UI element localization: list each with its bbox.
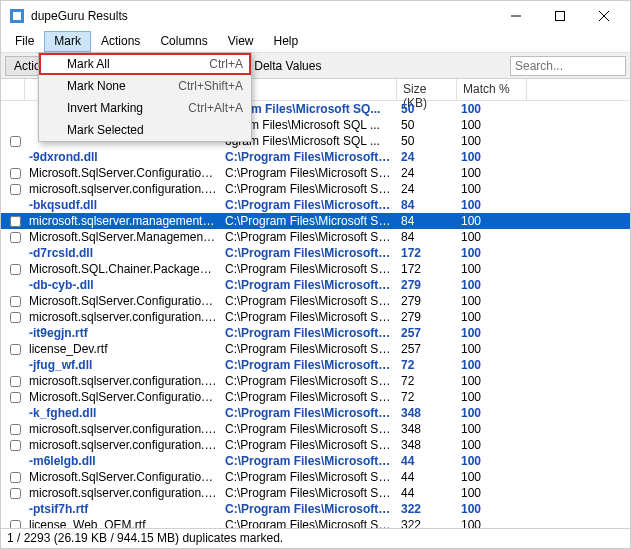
column-checkbox[interactable]	[1, 79, 25, 100]
table-row[interactable]: -db-cyb-.dllC:\Program Files\Microsoft S…	[1, 277, 630, 293]
table-row[interactable]: -it9egjn.rtfC:\Program Files\Microsoft S…	[1, 325, 630, 341]
cell-match: 100	[457, 294, 527, 308]
svg-rect-3	[556, 12, 565, 21]
menu-file[interactable]: File	[5, 31, 44, 52]
minimize-button[interactable]	[494, 1, 538, 31]
cell-folder: C:\Program Files\Microsoft SQL ...	[221, 166, 397, 180]
cell-size: 44	[397, 470, 457, 484]
table-row[interactable]: microsoft.sqlserver.configuration.b...C:…	[1, 485, 630, 501]
menu-item-mark-all[interactable]: Mark AllCtrl+A	[39, 53, 251, 75]
cell-folder: C:\Program Files\Microsoft SQ...	[221, 246, 397, 260]
row-checkbox[interactable]	[10, 296, 21, 307]
table-row[interactable]: microsoft.sqlserver.configuration.rs...C…	[1, 373, 630, 389]
table-row[interactable]: -m6lelgb.dllC:\Program Files\Microsoft S…	[1, 453, 630, 469]
table-row[interactable]: -bkqsudf.dllC:\Program Files\Microsoft S…	[1, 197, 630, 213]
cell-match: 100	[457, 278, 527, 292]
cell-size: 50	[397, 102, 457, 116]
row-checkbox[interactable]	[10, 168, 21, 179]
cell-folder: C:\Program Files\Microsoft SQ...	[221, 502, 397, 516]
menu-item-accel: Ctrl+Shift+A	[178, 79, 243, 93]
cell-match: 100	[457, 470, 527, 484]
menu-actions[interactable]: Actions	[91, 31, 150, 52]
row-checkbox[interactable]	[10, 488, 21, 499]
cell-size: 279	[397, 310, 457, 324]
table-row[interactable]: microsoft.sqlserver.configuration.s...C:…	[1, 309, 630, 325]
cell-file: Microsoft.SqlServer.Management.C...	[25, 230, 221, 244]
row-checkbox[interactable]	[10, 440, 21, 451]
cell-size: 44	[397, 486, 457, 500]
cell-size: 279	[397, 294, 457, 308]
column-match[interactable]: Match %	[457, 79, 527, 100]
search-input[interactable]	[510, 56, 626, 76]
cell-file: -k_fghed.dll	[25, 406, 221, 420]
cell-size: 348	[397, 422, 457, 436]
row-checkbox[interactable]	[10, 344, 21, 355]
menu-mark[interactable]: Mark	[44, 31, 91, 52]
row-checkbox[interactable]	[10, 312, 21, 323]
menu-item-invert-marking[interactable]: Invert MarkingCtrl+Alt+A	[39, 97, 251, 119]
table-row[interactable]: -jfug_wf.dllC:\Program Files\Microsoft S…	[1, 357, 630, 373]
table-row[interactable]: microsoft.sqlserver.management.co...C:\P…	[1, 213, 630, 229]
row-checkbox[interactable]	[10, 136, 21, 147]
cell-match: 100	[457, 182, 527, 196]
table-row[interactable]: -k_fghed.dllC:\Program Files\Microsoft S…	[1, 405, 630, 421]
cell-match: 100	[457, 358, 527, 372]
row-checkbox[interactable]	[10, 376, 21, 387]
row-checkbox[interactable]	[10, 472, 21, 483]
row-checkbox[interactable]	[10, 216, 21, 227]
table-row[interactable]: microsoft.sqlserver.configuration.s...C:…	[1, 437, 630, 453]
table-body[interactable]: ogram Files\Microsoft SQ...50100ogram Fi…	[1, 101, 630, 528]
table-row[interactable]: license_Web_OEM.rtfC:\Program Files\Micr…	[1, 517, 630, 528]
cell-size: 50	[397, 134, 457, 148]
row-checkbox-cell	[5, 520, 25, 529]
cell-match: 100	[457, 230, 527, 244]
column-size[interactable]: Size (KB)	[397, 79, 457, 100]
row-checkbox[interactable]	[10, 424, 21, 435]
row-checkbox[interactable]	[10, 232, 21, 243]
cell-size: 257	[397, 342, 457, 356]
close-button[interactable]	[582, 1, 626, 31]
table-row[interactable]: -ptsif7h.rtfC:\Program Files\Microsoft S…	[1, 501, 630, 517]
table-row[interactable]: license_Dev.rtfC:\Program Files\Microsof…	[1, 341, 630, 357]
table-row[interactable]: microsoft.sqlserver.configuration.s...C:…	[1, 421, 630, 437]
cell-file: -bkqsudf.dll	[25, 198, 221, 212]
cell-folder: C:\Program Files\Microsoft SQL ...	[221, 390, 397, 404]
titlebar: dupeGuru Results	[1, 1, 630, 31]
menu-item-mark-none[interactable]: Mark NoneCtrl+Shift+A	[39, 75, 251, 97]
row-checkbox[interactable]	[10, 520, 21, 529]
menubar: FileMarkActionsColumnsViewHelp	[1, 31, 630, 53]
cell-size: 50	[397, 118, 457, 132]
table-row[interactable]: Microsoft.SqlServer.Configuration....C:\…	[1, 165, 630, 181]
row-checkbox[interactable]	[10, 264, 21, 275]
cell-match: 100	[457, 198, 527, 212]
table-row[interactable]: Microsoft.SqlServer.Configuration....C:\…	[1, 469, 630, 485]
menu-view[interactable]: View	[218, 31, 264, 52]
table-row[interactable]: Microsoft.SqlServer.Configuration....C:\…	[1, 293, 630, 309]
cell-size: 44	[397, 454, 457, 468]
table-row[interactable]: -d7rcsld.dllC:\Program Files\Microsoft S…	[1, 245, 630, 261]
row-checkbox[interactable]	[10, 392, 21, 403]
cell-size: 84	[397, 230, 457, 244]
cell-size: 172	[397, 246, 457, 260]
menu-help[interactable]: Help	[264, 31, 309, 52]
table-row[interactable]: -9dxrond.dllC:\Program Files\Microsoft S…	[1, 149, 630, 165]
table-row[interactable]: microsoft.sqlserver.configuration.s...C:…	[1, 181, 630, 197]
cell-file: -it9egjn.rtf	[25, 326, 221, 340]
row-checkbox[interactable]	[10, 184, 21, 195]
menu-item-label: Mark All	[67, 57, 209, 71]
cell-folder: C:\Program Files\Microsoft SQL ...	[221, 518, 397, 528]
cell-folder: C:\Program Files\Microsoft SQL ...	[221, 182, 397, 196]
table-row[interactable]: Microsoft.SQL.Chainer.PackageData...C:\P…	[1, 261, 630, 277]
cell-match: 100	[457, 486, 527, 500]
maximize-button[interactable]	[538, 1, 582, 31]
table-row[interactable]: Microsoft.SqlServer.Configuration....C:\…	[1, 389, 630, 405]
cell-match: 100	[457, 102, 527, 116]
menu-item-label: Invert Marking	[67, 101, 188, 115]
menu-item-mark-selected[interactable]: Mark Selected	[39, 119, 251, 141]
cell-folder: C:\Program Files\Microsoft SQ...	[221, 278, 397, 292]
menu-columns[interactable]: Columns	[150, 31, 217, 52]
mark-menu-dropdown: Mark AllCtrl+AMark NoneCtrl+Shift+AInver…	[38, 52, 252, 142]
cell-match: 100	[457, 214, 527, 228]
cell-folder: C:\Program Files\Microsoft SQL ...	[221, 310, 397, 324]
table-row[interactable]: Microsoft.SqlServer.Management.C...C:\Pr…	[1, 229, 630, 245]
